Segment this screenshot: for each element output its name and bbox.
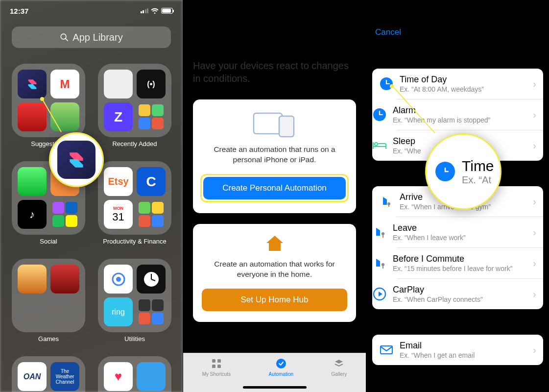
automation-icon — [275, 357, 287, 370]
signal-icon — [324, 8, 332, 13]
clock-icon — [379, 76, 394, 91]
cancel-button[interactable]: Cancel — [375, 27, 401, 37]
row-email[interactable]: EmailEx. “When I get an email › — [372, 335, 543, 365]
leave-icon — [372, 225, 387, 240]
home-indicator[interactable] — [243, 386, 307, 389]
grid-icon — [210, 357, 223, 370]
tab-my-shortcuts[interactable]: My Shortcuts — [202, 357, 231, 377]
row-title: Email — [400, 341, 527, 351]
panel-app-library: 12:37 App Library M Suggestions — [0, 0, 183, 392]
home-icon — [265, 235, 285, 252]
row-subtitle: Ex. “When CarPlay connects” — [393, 295, 527, 303]
status-time: 12:38 — [193, 7, 212, 15]
chevron-right-icon: › — [533, 140, 536, 151]
search-placeholder: App Library — [72, 32, 122, 43]
folder-label: Games — [38, 335, 59, 343]
svg-rect-12 — [217, 365, 221, 368]
page-subtitle: Have your devices react to changes in co… — [193, 59, 356, 85]
row-carplay[interactable]: CarPlayEx. “When CarPlay connects” › — [397, 278, 543, 309]
wifi-icon — [334, 8, 342, 14]
clock-icon — [435, 162, 455, 181]
wifi-icon — [151, 8, 159, 14]
row-title: Before I Commute — [393, 254, 527, 264]
row-subtitle: Ex. “When my alarm is stopped” — [393, 116, 527, 124]
row-title: Alarm — [393, 105, 527, 116]
panel-automation: 12:38 Automation Have your devices react… — [183, 0, 366, 392]
tab-gallery[interactable]: Gallery — [332, 357, 347, 377]
row-title: CarPlay — [393, 285, 527, 295]
battery-icon — [527, 8, 539, 14]
setup-home-hub-button[interactable]: Set Up Home Hub — [202, 289, 347, 311]
folder-label: Recently Added — [112, 140, 157, 147]
row-subtitle: Ex. “15 minutes before I leave for work” — [393, 265, 527, 272]
card-personal: Create an automation that runs on a pers… — [193, 99, 356, 213]
row-subtitle: Ex. “When I get an email — [400, 351, 527, 359]
svg-rect-9 — [212, 359, 215, 363]
svg-rect-20 — [381, 346, 392, 354]
chevron-right-icon: › — [533, 78, 536, 90]
status-time: 12:38 — [376, 7, 395, 15]
row-title: Leave — [393, 223, 527, 233]
row-title: Time of Day — [400, 74, 527, 85]
home-indicator[interactable] — [426, 386, 490, 389]
row-time-of-day[interactable]: Time of DayEx. “At 8:00 AM, weekdays” › — [372, 69, 543, 99]
folder[interactable]: OAN TheWeatherChannel — [12, 356, 85, 392]
folder[interactable]: ♥ — [98, 356, 171, 392]
folder-games[interactable]: Games — [12, 259, 85, 343]
panel-new-automation: 12:38 Cancel New Automation Time of DayE… — [366, 0, 549, 392]
svg-rect-11 — [212, 365, 215, 368]
tab-label: Gallery — [332, 371, 347, 377]
shortcuts-app-icon — [57, 141, 95, 179]
tab-automation[interactable]: Automation — [269, 357, 294, 377]
nav-title: New Automation — [425, 27, 490, 37]
tab-label: Automation — [269, 371, 294, 377]
arrive-icon — [379, 194, 394, 209]
chevron-right-icon: › — [533, 258, 536, 269]
battery-icon — [344, 8, 356, 14]
callout-shortcuts-app — [49, 132, 104, 187]
search-input[interactable]: App Library — [12, 26, 171, 48]
svg-point-18 — [382, 263, 384, 266]
svg-point-13 — [276, 359, 286, 368]
svg-rect-8 — [279, 116, 294, 137]
chevron-right-icon: › — [533, 227, 536, 238]
folder-label: Productivity & Finance — [103, 238, 166, 245]
chevron-right-icon: › — [533, 196, 536, 207]
gallery-icon — [333, 357, 345, 370]
row-subtitle: Ex. “When I leave work” — [393, 234, 527, 242]
svg-point-3 — [116, 277, 121, 282]
tab-label: My Shortcuts — [202, 371, 231, 377]
carplay-icon — [372, 287, 387, 301]
svg-point-16 — [387, 202, 390, 205]
folder-recently-added[interactable]: (•) Z Recently Added — [98, 64, 171, 147]
signal-icon — [507, 8, 515, 13]
chevron-right-icon: › — [533, 344, 536, 356]
folder-productivity[interactable]: Etsy C MON31 Productivity & Finance — [98, 161, 171, 245]
folder-label: Utilities — [124, 335, 145, 343]
svg-rect-7 — [254, 113, 282, 134]
row-subtitle: Ex. “At 8:00 AM, weekdays” — [400, 85, 527, 93]
chevron-right-icon: › — [533, 109, 536, 121]
card-description: Create an automation that runs on a pers… — [202, 145, 347, 165]
status-bar: 12:37 — [0, 0, 183, 22]
event-group-comm: EmailEx. “When I get an email › — [372, 335, 543, 365]
clock-icon — [372, 107, 387, 122]
signal-icon — [141, 8, 149, 13]
svg-point-17 — [382, 232, 384, 235]
search-icon — [60, 33, 69, 42]
status-time: 12:37 — [10, 7, 28, 15]
folder-label: Social — [40, 238, 57, 245]
nav-bar: Cancel New Automation — [366, 21, 549, 44]
highlight-personal-button: Create Personal Automation — [200, 174, 349, 202]
callout-title: Time — [462, 158, 494, 174]
callout-subtitle: Ex. “At — [462, 174, 494, 186]
row-before-commute[interactable]: Before I CommuteEx. “15 minutes before I… — [397, 247, 543, 278]
status-bar: 12:38 — [183, 0, 366, 22]
row-leave[interactable]: LeaveEx. “When I leave work” › — [397, 217, 543, 247]
status-bar: 12:38 — [366, 0, 549, 22]
create-personal-automation-button[interactable]: Create Personal Automation — [203, 177, 346, 199]
mail-icon — [379, 343, 394, 357]
bed-icon — [372, 138, 387, 153]
folder-utilities[interactable]: ring Utilities — [98, 259, 171, 343]
chevron-right-icon: › — [533, 289, 536, 300]
